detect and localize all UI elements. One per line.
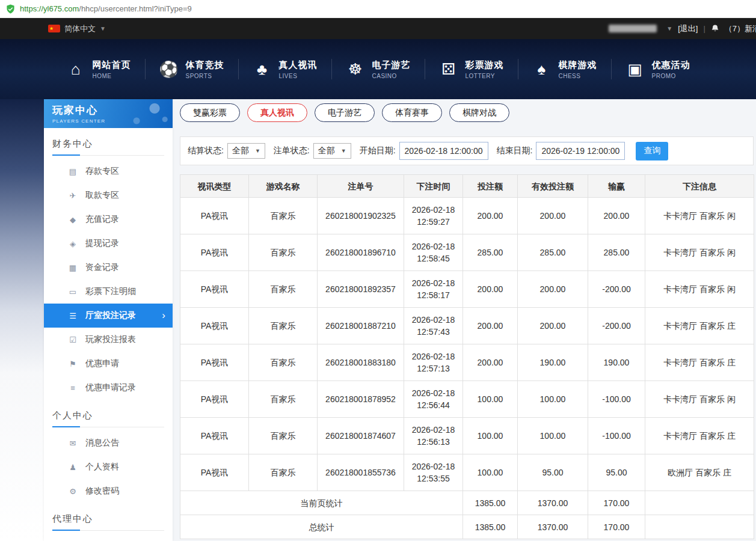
sidebar-section-heading: 财务中心: [52, 138, 164, 156]
sidebar-item-funds-records[interactable]: ▦资金记录: [44, 255, 173, 280]
table-cell: 卡卡湾厅 百家乐 庄: [645, 344, 754, 381]
left-gradient-strip: [0, 99, 44, 541]
table-cell: PA视讯: [180, 418, 249, 454]
settle-status-label: 结算状态:: [188, 145, 224, 156]
url-domain: https://yl675.com: [20, 4, 79, 13]
table-cell: PA视讯: [180, 271, 249, 308]
sidebar-item-lottery-bet-details[interactable]: ▭彩票下注明细: [44, 280, 173, 304]
browser-address-bar[interactable]: https://yl675.com/hhcp/usercenter.html?i…: [0, 0, 756, 18]
summary-valid-total: 1370.00: [518, 491, 588, 515]
table-cell: 2026-02-18 12:57:13: [404, 344, 463, 381]
announcement-bell-icon: ✉: [68, 439, 78, 448]
sidebar-item-label: 提现记录: [85, 238, 119, 249]
table-cell: 卡卡湾厅 百家乐 庄: [645, 418, 754, 454]
sidebar-item-agent-rules[interactable]: ▤代理规则说明: [44, 534, 173, 541]
table-cell: 260218001902325: [318, 198, 404, 234]
promo-apply-icon: ⚑: [68, 359, 78, 368]
sidebar-item-profile[interactable]: ♟个人资料: [44, 455, 173, 479]
chevron-down-icon[interactable]: ▼: [666, 25, 672, 32]
tab-sports-events[interactable]: 体育赛事: [382, 103, 442, 122]
settle-status-select[interactable]: 全部▼: [227, 143, 265, 159]
summary-row: 当前页统计1385.001370.00170.00: [180, 491, 754, 515]
table-cell: 2026-02-18 12:58:45: [404, 234, 463, 271]
table-cell: 2026-02-18 12:56:13: [404, 418, 463, 454]
table-cell: PA视讯: [180, 454, 249, 491]
nav-item-lives[interactable]: ♣真人视讯LIVES: [239, 60, 331, 79]
chevron-down-icon: ▼: [100, 25, 106, 32]
nav-item-promo[interactable]: ▣优惠活动PROMO: [612, 60, 704, 79]
sidebar-subtitle: PLAYERS CENTER: [52, 118, 164, 124]
category-tabs: 雙赢彩票真人视讯电子游艺体育赛事棋牌对战: [180, 103, 754, 122]
logout-link[interactable]: [退出]: [678, 23, 698, 34]
table-row: PA视讯百家乐2602180018746072026-02-18 12:56:1…: [180, 418, 754, 454]
table-cell: 260218001892357: [318, 271, 404, 308]
sidebar-item-promo-apply-records[interactable]: ≡优惠申请记录: [44, 376, 173, 400]
nav-item-home[interactable]: ⌂网站首页HOME: [52, 60, 145, 79]
funds-records-icon: ▦: [68, 263, 78, 272]
user-icon: ♟: [68, 463, 78, 472]
table-cell: 95.00: [588, 454, 645, 491]
table-cell: 200.00: [518, 271, 588, 308]
table-cell: 百家乐: [249, 454, 318, 491]
summary-winloss-total: 170.00: [588, 491, 645, 515]
nav-item-chess[interactable]: ♠棋牌游戏CHESS: [518, 60, 611, 79]
sidebar-item-withdrawal-records[interactable]: ◈提现记录: [44, 231, 173, 255]
sidebar-item-messages[interactable]: ✉消息公告: [44, 431, 173, 455]
table-cell: 欧洲厅 百家乐 庄: [645, 454, 754, 491]
end-date-input[interactable]: [536, 142, 625, 160]
table-cell: 200.00: [463, 308, 518, 344]
table-cell: -100.00: [588, 381, 645, 418]
sidebar-item-deposit-zone[interactable]: ▤存款专区: [44, 159, 173, 183]
sidebar-section-heading: 代理中心: [52, 513, 164, 531]
table-cell: 200.00: [463, 271, 518, 308]
dice-icon: ⚄: [439, 60, 458, 79]
table-row: PA视讯百家乐2602180018967102026-02-18 12:58:4…: [180, 234, 754, 271]
sidebar: 玩家中心 PLAYERS CENTER 财务中心▤存款专区✈取款专区◆充值记录◈…: [44, 99, 173, 541]
sidebar-item-label: 彩票下注明细: [85, 286, 136, 297]
main-nav-items: ⌂网站首页HOME⚽体育竞技SPORTS♣真人视讯LIVES☸电子游艺CASIN…: [52, 59, 704, 79]
nav-item-label: 棋牌游戏: [559, 60, 597, 71]
account-area: ▼ [退出] | （7）新消息: [609, 23, 756, 34]
query-button[interactable]: 查询: [636, 142, 668, 160]
sidebar-item-label: 充值记录: [85, 214, 119, 225]
table-cell: 百家乐: [249, 308, 318, 344]
table-cell: 百家乐: [249, 234, 318, 271]
table-cell: 285.00: [518, 234, 588, 271]
sidebar-item-withdraw-zone[interactable]: ✈取款专区: [44, 183, 173, 207]
sidebar-item-change-password[interactable]: ⚙修改密码: [44, 479, 173, 503]
roulette-wheel-icon: ☸: [346, 60, 365, 79]
table-cell: 百家乐: [249, 381, 318, 418]
nav-item-lottery[interactable]: ⚄彩票游戏LOTTERY: [425, 60, 518, 79]
table-cell: 100.00: [518, 381, 588, 418]
table-cell: 2026-02-18 12:53:55: [404, 454, 463, 491]
order-status-label: 注单状态:: [274, 145, 310, 156]
language-selector[interactable]: 简体中文: [64, 23, 96, 34]
start-date-input[interactable]: [399, 142, 488, 160]
tab-electronic-games[interactable]: 电子游艺: [315, 103, 375, 122]
summary-valid-total: 1370.00: [518, 515, 588, 539]
tab-board-games[interactable]: 棋牌对战: [449, 103, 509, 122]
order-status-select[interactable]: 全部▼: [313, 143, 351, 159]
table-cell: 百家乐: [249, 418, 318, 454]
deposit-icon: ▤: [68, 167, 78, 176]
sidebar-item-player-bet-report[interactable]: ☑玩家投注报表: [44, 328, 173, 352]
url-text[interactable]: https://yl675.com/hhcp/usercenter.html?i…: [20, 4, 192, 13]
tab-double-win-lottery[interactable]: 雙赢彩票: [180, 103, 240, 122]
summary-empty-cell: [645, 515, 754, 539]
sidebar-section-heading: 个人中心: [52, 410, 164, 427]
sidebar-item-promo-apply[interactable]: ⚑优惠申请: [44, 352, 173, 376]
nav-item-casino[interactable]: ☸电子游艺CASINO: [332, 60, 425, 79]
sidebar-item-recharge-records[interactable]: ◆充值记录: [44, 207, 173, 231]
sidebar-item-hall-bet-records[interactable]: ☰厅室投注记录›: [44, 304, 173, 328]
bell-icon[interactable]: [711, 24, 719, 33]
new-messages-link[interactable]: （7）新消息: [725, 23, 756, 34]
tab-live-video[interactable]: 真人视讯: [247, 103, 307, 122]
sidebar-item-label: 修改密码: [85, 486, 119, 497]
username-blurred[interactable]: [609, 25, 657, 32]
table-cell: 190.00: [518, 344, 588, 381]
hall-bets-list-icon: ☰: [68, 311, 78, 320]
table-cell: 190.00: [588, 344, 645, 381]
nav-item-sports[interactable]: ⚽体育竞技SPORTS: [146, 60, 238, 79]
summary-label: 总统计: [180, 515, 463, 539]
table-cell: 100.00: [463, 454, 518, 491]
